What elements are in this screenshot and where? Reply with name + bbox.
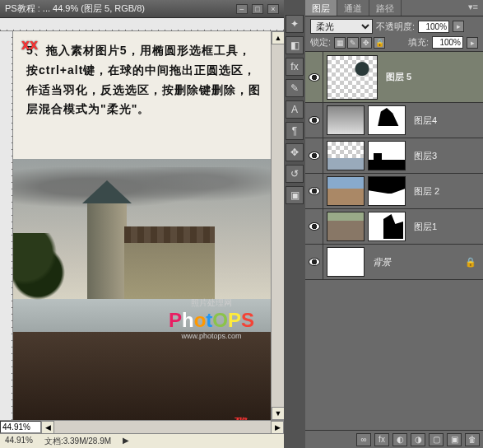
layer-thumbnail[interactable] [327,55,378,100]
scroll-down-arrow[interactable]: ▼ [272,407,285,420]
layer-row[interactable]: 图层4 [305,103,483,138]
layer-mask-thumbnail[interactable] [368,212,406,241]
opacity-slider-icon[interactable]: ▸ [453,21,464,32]
delete-layer-icon[interactable]: 🗑 [465,433,480,446]
tool-swatches-icon[interactable]: ◧ [286,36,304,54]
layer-thumbnail[interactable] [327,247,365,277]
tab-paths[interactable]: 路径 [369,0,402,16]
status-bar: 44.91% 文档:3.39M/28.9M ▶ [0,433,284,448]
new-group-icon[interactable]: ▢ [429,433,444,446]
panel-menu-icon[interactable]: ▾≡ [463,0,483,16]
tool-paragraph-icon[interactable]: ¶ [286,122,304,140]
scroll-up-arrow[interactable]: ▲ [272,31,285,44]
visibility-toggle-icon[interactable] [309,222,320,231]
vertical-toolstrip: ✦ ◧ fx ✎ A ¶ ✥ ↺ ▣ [284,0,305,448]
maximize-button[interactable]: □ [252,4,263,14]
window-buttons: – □ × [235,3,279,14]
lock-icon: 🔒 [465,257,476,268]
minimize-button[interactable]: – [236,4,248,14]
layer-mask-icon[interactable]: ◐ [392,433,407,446]
photops-logo: 照片处理网 PhotOPS www.photops.com [169,297,254,340]
horizontal-ruler[interactable] [0,18,284,31]
layer-options: 柔光 不透明度: ▸ 锁定: ▦ ✎ ✥ 🔒 填充: ▸ [305,16,483,52]
visibility-toggle-icon[interactable] [309,187,320,195]
vertical-ruler[interactable] [0,31,13,420]
layer-list: 图层 5 图层4 图层3 图层 2 [305,52,483,430]
layer-mask-thumbnail[interactable] [368,176,406,206]
tool-character-icon[interactable]: A [286,100,304,119]
layer-name-label[interactable]: 图层3 [409,150,483,162]
tab-layers[interactable]: 图层 [305,0,337,16]
document-title-text: PS教程 : ... 44.9% (图层 5, RGB/8) [5,2,145,15]
fill-input[interactable] [432,36,463,49]
scroll-left-arrow[interactable]: ◀ [41,421,54,434]
close-button[interactable]: × [267,4,279,14]
status-arrow-icon[interactable]: ▶ [123,436,129,446]
lock-position-icon[interactable]: ✥ [360,37,372,49]
scroll-right-arrow[interactable]: ▶ [271,421,284,434]
blend-mode-select[interactable]: 柔光 [310,19,373,34]
tool-actions-icon[interactable]: ▣ [286,186,304,204]
fill-label: 填充: [408,36,429,49]
tool-move-icon[interactable]: ✥ [286,143,304,161]
document-window: PS教程 : ... 44.9% (图层 5, RGB/8) – □ × xx … [0,0,284,448]
tool-styles-icon[interactable]: fx [286,58,304,76]
layer-name-label[interactable]: 图层4 [409,114,483,127]
layer-thumbnail[interactable] [327,212,365,241]
layer-name-label[interactable]: 图层 2 [409,185,483,198]
layer-name-label[interactable]: 图层 5 [381,71,483,83]
layer-name-label[interactable]: 背景 [368,256,465,268]
visibility-toggle-icon[interactable] [309,73,320,82]
zoom-status: 44.91% [5,436,33,446]
document-titlebar[interactable]: PS教程 : ... 44.9% (图层 5, RGB/8) – □ × [0,0,284,18]
layer-mask-thumbnail[interactable] [368,141,406,170]
layer-row[interactable]: 图层1 [305,209,483,245]
adjustment-layer-icon[interactable]: ◑ [411,433,425,446]
layer-thumbnail[interactable] [327,105,365,135]
layer-footer: ∞ fx ◐ ◑ ▢ ▣ 🗑 [305,430,483,448]
layer-row[interactable]: 图层3 [305,138,483,174]
visibility-toggle-icon[interactable] [309,152,320,160]
visibility-toggle-icon[interactable] [309,116,320,124]
watermark-text: xx [21,36,38,54]
composite-scene: 照片处理网 PhotOPS www.photops.com 那村的人 [13,159,271,420]
vertical-scrollbar[interactable]: ▲ ▼ [271,31,284,420]
lock-pixels-icon[interactable]: ✎ [347,37,359,49]
tool-history-icon[interactable]: ↺ [286,165,304,183]
fill-slider-icon[interactable]: ▸ [467,37,478,49]
layer-effects-icon[interactable]: fx [374,433,389,446]
layer-mask-thumbnail[interactable] [368,105,406,135]
tool-navigator-icon[interactable]: ✦ [286,15,304,33]
panel-tabs: 图层 通道 路径 ▾≡ [305,0,483,16]
opacity-label: 不透明度: [376,21,415,33]
opacity-input[interactable] [418,21,449,33]
layer-row[interactable]: 图层 2 [305,174,483,209]
layers-panel: 图层 通道 路径 ▾≡ 柔光 不透明度: ▸ 锁定: ▦ ✎ ✥ 🔒 填充: ▸ [305,0,483,448]
layer-row[interactable]: 背景 🔒 [305,245,483,280]
zoom-input[interactable] [0,421,41,433]
layer-row[interactable]: 图层 5 [305,52,483,103]
instruction-text: 5、拖入素材图片5，用椭圆形选框工具，按ctrl+alt键，在球的中间拖出正圆选… [13,31,271,123]
new-layer-icon[interactable]: ▣ [447,433,462,446]
layer-thumbnail[interactable] [327,141,365,170]
canvas[interactable]: xx 5、拖入素材图片5，用椭圆形选框工具，按ctrl+alt键，在球的中间拖出… [13,31,271,420]
lock-label: 锁定: [310,36,331,49]
tool-brush-icon[interactable]: ✎ [286,79,304,97]
horizontal-scrollbar[interactable]: ◀ ▶ [41,421,284,433]
doc-size-status: 文档:3.39M/28.9M [44,436,111,446]
lock-transparency-icon[interactable]: ▦ [334,37,346,49]
layer-thumbnail[interactable] [327,176,365,206]
tab-channels[interactable]: 通道 [337,0,369,16]
layer-name-label[interactable]: 图层1 [409,221,483,233]
link-layers-icon[interactable]: ∞ [356,433,371,446]
visibility-toggle-icon[interactable] [309,258,320,266]
lock-all-icon[interactable]: 🔒 [374,37,385,49]
